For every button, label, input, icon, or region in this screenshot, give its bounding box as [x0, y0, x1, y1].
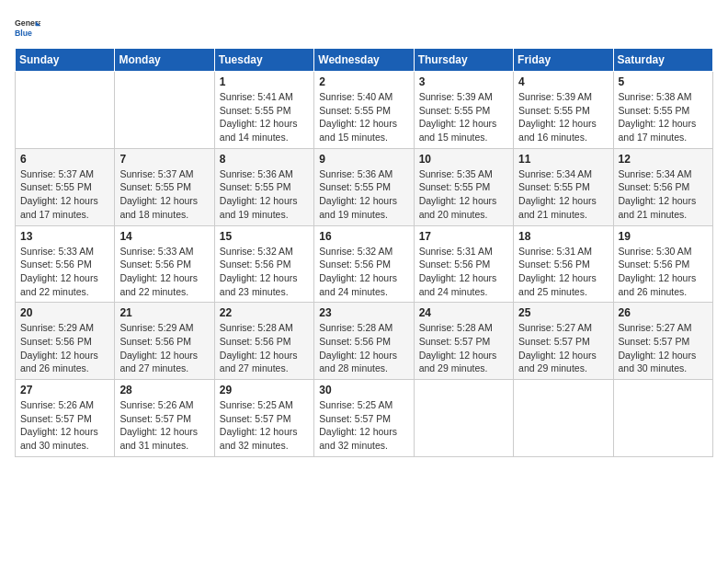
- day-info: Sunrise: 5:39 AM Sunset: 5:55 PM Dayligh…: [419, 90, 508, 144]
- day-number: 11: [518, 153, 608, 166]
- day-info: Sunrise: 5:28 AM Sunset: 5:57 PM Dayligh…: [419, 321, 508, 375]
- day-number: 25: [518, 306, 608, 319]
- calendar-cell: 11Sunrise: 5:34 AM Sunset: 5:55 PM Dayli…: [514, 148, 613, 225]
- calendar-week-5: 27Sunrise: 5:26 AM Sunset: 5:57 PM Dayli…: [16, 380, 713, 457]
- calendar-cell: 8Sunrise: 5:36 AM Sunset: 5:55 PM Daylig…: [214, 148, 313, 225]
- calendar-cell: 7Sunrise: 5:37 AM Sunset: 5:55 PM Daylig…: [115, 148, 214, 225]
- weekday-friday: Friday: [514, 49, 613, 72]
- day-number: 21: [119, 306, 209, 319]
- calendar-week-2: 6Sunrise: 5:37 AM Sunset: 5:55 PM Daylig…: [16, 148, 713, 225]
- day-number: 29: [220, 384, 309, 396]
- day-number: 28: [119, 384, 209, 396]
- day-number: 9: [319, 153, 408, 166]
- day-number: 4: [518, 75, 608, 88]
- day-number: 20: [20, 306, 109, 319]
- day-number: 5: [619, 75, 708, 88]
- weekday-header-row: SundayMondayTuesdayWednesdayThursdayFrid…: [16, 49, 713, 72]
- logo-icon: General Blue: [15, 15, 40, 40]
- day-info: Sunrise: 5:28 AM Sunset: 5:56 PM Dayligh…: [319, 321, 408, 375]
- day-number: 13: [20, 230, 109, 243]
- calendar-cell: [115, 72, 214, 149]
- day-info: Sunrise: 5:32 AM Sunset: 5:56 PM Dayligh…: [220, 245, 309, 299]
- calendar-cell: [16, 72, 115, 149]
- calendar-body: 1Sunrise: 5:41 AM Sunset: 5:55 PM Daylig…: [16, 72, 713, 457]
- day-number: 30: [319, 384, 408, 396]
- day-info: Sunrise: 5:40 AM Sunset: 5:55 PM Dayligh…: [319, 90, 408, 144]
- weekday-tuesday: Tuesday: [214, 49, 313, 72]
- calendar-cell: 2Sunrise: 5:40 AM Sunset: 5:55 PM Daylig…: [314, 72, 414, 149]
- day-info: Sunrise: 5:35 AM Sunset: 5:55 PM Dayligh…: [419, 167, 508, 222]
- day-number: 2: [319, 75, 408, 88]
- calendar-cell: 1Sunrise: 5:41 AM Sunset: 5:55 PM Daylig…: [214, 72, 313, 149]
- day-info: Sunrise: 5:33 AM Sunset: 5:56 PM Dayligh…: [20, 245, 109, 299]
- calendar-cell: 19Sunrise: 5:30 AM Sunset: 5:56 PM Dayli…: [613, 225, 712, 303]
- day-info: Sunrise: 5:27 AM Sunset: 5:57 PM Dayligh…: [518, 321, 608, 375]
- day-info: Sunrise: 5:38 AM Sunset: 5:55 PM Dayligh…: [619, 90, 708, 144]
- day-number: 26: [619, 306, 708, 319]
- svg-text:Blue: Blue: [15, 29, 32, 38]
- calendar-week-3: 13Sunrise: 5:33 AM Sunset: 5:56 PM Dayli…: [16, 225, 713, 303]
- day-number: 27: [20, 384, 109, 396]
- day-info: Sunrise: 5:41 AM Sunset: 5:55 PM Dayligh…: [220, 90, 309, 144]
- day-info: Sunrise: 5:25 AM Sunset: 5:57 PM Dayligh…: [220, 398, 309, 453]
- calendar-cell: 17Sunrise: 5:31 AM Sunset: 5:56 PM Dayli…: [414, 225, 513, 303]
- day-info: Sunrise: 5:34 AM Sunset: 5:55 PM Dayligh…: [518, 167, 608, 222]
- day-number: 23: [319, 306, 408, 319]
- calendar-cell: 29Sunrise: 5:25 AM Sunset: 5:57 PM Dayli…: [214, 380, 313, 457]
- calendar-cell: 14Sunrise: 5:33 AM Sunset: 5:56 PM Dayli…: [115, 225, 214, 303]
- day-info: Sunrise: 5:37 AM Sunset: 5:55 PM Dayligh…: [20, 167, 109, 222]
- calendar-cell: [514, 380, 613, 457]
- day-info: Sunrise: 5:31 AM Sunset: 5:56 PM Dayligh…: [518, 245, 608, 299]
- day-number: 15: [220, 230, 309, 243]
- day-info: Sunrise: 5:37 AM Sunset: 5:55 PM Dayligh…: [119, 167, 209, 222]
- day-number: 6: [20, 153, 109, 166]
- calendar-cell: 23Sunrise: 5:28 AM Sunset: 5:56 PM Dayli…: [314, 303, 414, 380]
- calendar-cell: 10Sunrise: 5:35 AM Sunset: 5:55 PM Dayli…: [414, 148, 513, 225]
- calendar-cell: 3Sunrise: 5:39 AM Sunset: 5:55 PM Daylig…: [414, 72, 513, 149]
- day-number: 19: [619, 230, 708, 243]
- day-info: Sunrise: 5:32 AM Sunset: 5:56 PM Dayligh…: [319, 245, 408, 299]
- day-number: 14: [119, 230, 209, 243]
- weekday-sunday: Sunday: [16, 49, 115, 72]
- calendar-cell: 21Sunrise: 5:29 AM Sunset: 5:56 PM Dayli…: [115, 303, 214, 380]
- calendar-cell: 18Sunrise: 5:31 AM Sunset: 5:56 PM Dayli…: [514, 225, 613, 303]
- calendar-cell: 24Sunrise: 5:28 AM Sunset: 5:57 PM Dayli…: [414, 303, 513, 380]
- weekday-saturday: Saturday: [613, 49, 712, 72]
- calendar-cell: 4Sunrise: 5:39 AM Sunset: 5:55 PM Daylig…: [514, 72, 613, 149]
- day-info: Sunrise: 5:29 AM Sunset: 5:56 PM Dayligh…: [20, 321, 109, 375]
- calendar-cell: 25Sunrise: 5:27 AM Sunset: 5:57 PM Dayli…: [514, 303, 613, 380]
- day-info: Sunrise: 5:34 AM Sunset: 5:56 PM Dayligh…: [619, 167, 708, 222]
- calendar-cell: 16Sunrise: 5:32 AM Sunset: 5:56 PM Dayli…: [314, 225, 414, 303]
- day-number: 3: [419, 75, 508, 88]
- calendar-cell: 30Sunrise: 5:25 AM Sunset: 5:57 PM Dayli…: [314, 380, 414, 457]
- calendar-cell: 6Sunrise: 5:37 AM Sunset: 5:55 PM Daylig…: [16, 148, 115, 225]
- day-number: 16: [319, 230, 408, 243]
- day-info: Sunrise: 5:30 AM Sunset: 5:56 PM Dayligh…: [619, 245, 708, 299]
- day-number: 22: [220, 306, 309, 319]
- day-info: Sunrise: 5:39 AM Sunset: 5:55 PM Dayligh…: [518, 90, 608, 144]
- day-number: 17: [419, 230, 508, 243]
- day-info: Sunrise: 5:36 AM Sunset: 5:55 PM Dayligh…: [319, 167, 408, 222]
- calendar-cell: 5Sunrise: 5:38 AM Sunset: 5:55 PM Daylig…: [613, 72, 712, 149]
- page-header: General Blue: [15, 15, 713, 40]
- calendar-cell: 9Sunrise: 5:36 AM Sunset: 5:55 PM Daylig…: [314, 148, 414, 225]
- calendar-cell: [414, 380, 513, 457]
- day-number: 10: [419, 153, 508, 166]
- day-info: Sunrise: 5:26 AM Sunset: 5:57 PM Dayligh…: [20, 398, 109, 453]
- day-info: Sunrise: 5:33 AM Sunset: 5:56 PM Dayligh…: [119, 245, 209, 299]
- day-number: 24: [419, 306, 508, 319]
- day-number: 7: [119, 153, 209, 166]
- calendar-cell: 28Sunrise: 5:26 AM Sunset: 5:57 PM Dayli…: [115, 380, 214, 457]
- calendar-week-4: 20Sunrise: 5:29 AM Sunset: 5:56 PM Dayli…: [16, 303, 713, 380]
- day-info: Sunrise: 5:36 AM Sunset: 5:55 PM Dayligh…: [220, 167, 309, 222]
- day-number: 8: [220, 153, 309, 166]
- day-number: 12: [619, 153, 708, 166]
- calendar-cell: 13Sunrise: 5:33 AM Sunset: 5:56 PM Dayli…: [16, 225, 115, 303]
- calendar-table: SundayMondayTuesdayWednesdayThursdayFrid…: [15, 48, 713, 457]
- calendar-cell: [613, 380, 712, 457]
- day-number: 18: [518, 230, 608, 243]
- day-info: Sunrise: 5:26 AM Sunset: 5:57 PM Dayligh…: [119, 398, 209, 453]
- weekday-thursday: Thursday: [414, 49, 513, 72]
- day-info: Sunrise: 5:27 AM Sunset: 5:57 PM Dayligh…: [619, 321, 708, 375]
- calendar-cell: 20Sunrise: 5:29 AM Sunset: 5:56 PM Dayli…: [16, 303, 115, 380]
